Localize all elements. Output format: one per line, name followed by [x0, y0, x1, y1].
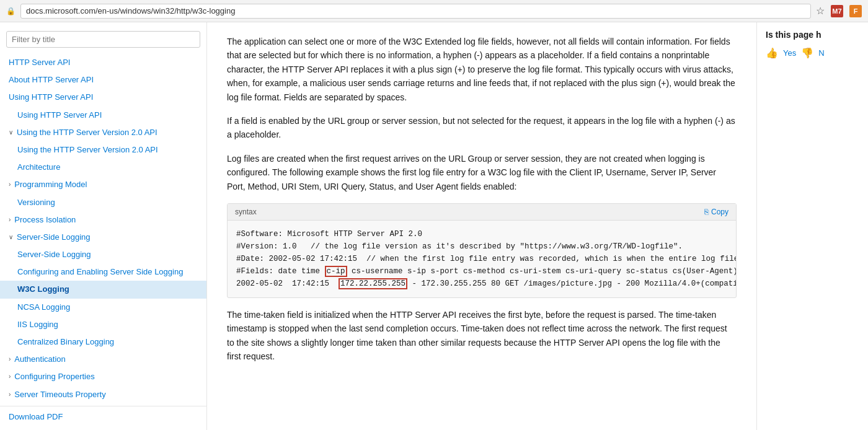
- thumbs-down-button[interactable]: 👎: [801, 47, 813, 59]
- chevron-icon: ›: [9, 180, 11, 189]
- sidebar-item-label: Configuring and Enabling Server Side Log…: [17, 267, 183, 276]
- sidebar-item-label: Architecture: [17, 162, 60, 172]
- chevron-icon: ∨: [9, 233, 13, 242]
- sidebar-item-versioning[interactable]: Versioning: [0, 194, 206, 211]
- star-icon[interactable]: ☆: [816, 5, 825, 17]
- sidebar-item-label: Centralized Binary Logging: [17, 337, 114, 346]
- chevron-icon: ›: [9, 216, 11, 224]
- browser-actions: ☆ M7 F: [816, 5, 862, 17]
- no-label: N: [818, 48, 824, 58]
- sidebar-item-label: Versioning: [17, 198, 55, 207]
- content-para3: Log files are created when the first req…: [227, 152, 737, 193]
- sidebar-item-process-isolation[interactable]: ›Process Isolation: [0, 211, 206, 229]
- sidebar-item-authentication[interactable]: ›Authentication: [0, 351, 206, 368]
- thumbs-down-icon: 👎: [801, 48, 813, 58]
- sidebar-item-centralized-binary-logging[interactable]: Centralized Binary Logging: [0, 333, 206, 351]
- lock-icon: 🔒: [6, 7, 16, 15]
- sidebar-item-programming-model[interactable]: ›Programming Model: [0, 176, 206, 193]
- sidebar-item-iis-logging[interactable]: IIS Logging: [0, 316, 206, 333]
- sidebar-item-using-http-server-api-2[interactable]: Using HTTP Server API: [0, 107, 206, 124]
- content-para1: The application can select one or more o…: [227, 35, 737, 104]
- content-para2: If a field is enabled by the URL group o…: [227, 114, 737, 142]
- highlight-cip: c-ip: [325, 266, 347, 277]
- thumbs-up-icon: 👍: [766, 48, 778, 58]
- sidebar-item-configuring-properties[interactable]: ›Configuring Properties: [0, 368, 206, 385]
- main-content: The application can select one or more o…: [207, 22, 756, 430]
- code-block: syntax ⎘ Copy #Software: Microsoft HTTP …: [227, 203, 737, 298]
- copy-label: Copy: [711, 208, 728, 216]
- chevron-icon: ∨: [9, 128, 13, 137]
- sidebar-item-label: IIS Logging: [17, 320, 58, 329]
- sidebar-item-label: About HTTP Server API: [9, 75, 94, 84]
- sidebar-item-label: Server Timeouts Property: [14, 389, 105, 400]
- sidebar-item-label: Configuring Properties: [14, 371, 94, 382]
- sidebar-item-label: W3C Logging: [17, 284, 69, 294]
- download-pdf-link[interactable]: Download PDF: [9, 412, 63, 421]
- yes-label: Yes: [783, 48, 796, 58]
- sidebar-item-label: Using HTTP Server API: [9, 92, 93, 102]
- sidebar-item-server-side-logging-sub[interactable]: Server-Side Logging: [0, 246, 206, 263]
- code-content: #Software: Microsoft HTTP Server API 2.0…: [228, 221, 736, 297]
- code-block-header: syntax ⎘ Copy: [228, 204, 736, 221]
- thumbs-up-button[interactable]: 👍: [766, 47, 778, 59]
- sidebar-item-using-http-server-version-2-sub[interactable]: Using the HTTP Server Version 2.0 API: [0, 141, 206, 159]
- highlight-ip: 172.22.255.255: [339, 278, 407, 289]
- sidebar-item-label: NCSA Logging: [17, 302, 70, 312]
- sidebar-item-label: Using the HTTP Server Version 2.0 API: [17, 127, 157, 138]
- sidebar-item-label: Using the HTTP Server Version 2.0 API: [17, 145, 158, 154]
- sidebar-bottom: Download PDF: [0, 406, 206, 426]
- sidebar-item-label: Programming Model: [14, 179, 87, 190]
- right-panel-title: Is this page h: [766, 30, 859, 40]
- sidebar-item-label: Authentication: [14, 354, 65, 365]
- ext2-icon[interactable]: F: [849, 5, 862, 17]
- sidebar-item-server-side-logging[interactable]: ∨Server-Side Logging: [0, 229, 206, 246]
- code-label: syntax: [235, 208, 257, 216]
- sidebar-item-label: Using HTTP Server API: [17, 110, 102, 120]
- sidebar-item-about-http-server-api[interactable]: About HTTP Server API: [0, 71, 206, 89]
- sidebar-item-label: Process Isolation: [14, 214, 76, 226]
- chevron-icon: ›: [9, 390, 11, 399]
- browser-bar: 🔒 ☆ M7 F: [0, 0, 868, 22]
- sidebar-item-label: Server-Side Logging: [17, 232, 91, 243]
- sidebar-item-label: HTTP Server API: [9, 58, 70, 67]
- sidebar-item-http-server-api[interactable]: HTTP Server API: [0, 54, 206, 71]
- sidebar-items-container: HTTP Server APIAbout HTTP Server APIUsin…: [0, 54, 206, 403]
- sidebar-item-w3c-logging[interactable]: W3C Logging: [0, 281, 206, 298]
- sidebar-item-server-timeouts-property[interactable]: ›Server Timeouts Property: [0, 386, 206, 403]
- sidebar-item-ncsa-logging[interactable]: NCSA Logging: [0, 299, 206, 316]
- feedback-row: 👍 Yes 👎 N: [766, 47, 859, 59]
- content-para4: The time-taken field is initialized when…: [227, 308, 737, 364]
- chevron-icon: ›: [9, 355, 11, 364]
- sidebar: HTTP Server APIAbout HTTP Server APIUsin…: [0, 22, 207, 430]
- sidebar-item-label: Server-Side Logging: [17, 250, 91, 259]
- sidebar-item-architecture[interactable]: Architecture: [0, 159, 206, 176]
- ext1-icon[interactable]: M7: [831, 5, 843, 17]
- url-bar[interactable]: [20, 4, 811, 19]
- right-panel: Is this page h 👍 Yes 👎 N: [756, 22, 868, 430]
- sidebar-item-using-http-server-api[interactable]: Using HTTP Server API: [0, 89, 206, 106]
- copy-button[interactable]: ⎘ Copy: [704, 208, 728, 216]
- main-layout: HTTP Server APIAbout HTTP Server APIUsin…: [0, 22, 868, 430]
- sidebar-filter-input[interactable]: [6, 31, 200, 48]
- sidebar-item-using-http-server-version-2[interactable]: ∨Using the HTTP Server Version 2.0 API: [0, 124, 206, 141]
- chevron-icon: ›: [9, 372, 11, 381]
- sidebar-item-configuring-enabling[interactable]: Configuring and Enabling Server Side Log…: [0, 263, 206, 281]
- copy-icon: ⎘: [704, 208, 709, 216]
